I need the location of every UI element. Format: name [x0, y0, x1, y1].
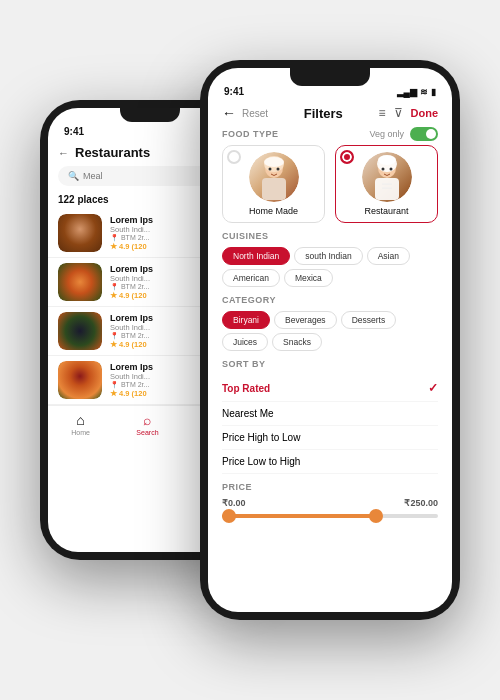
chef-restaurant-figure: [362, 152, 412, 202]
home-made-image: [249, 152, 299, 202]
slider-thumb-right[interactable]: [369, 509, 383, 523]
filter-list-icon-front[interactable]: ≡: [378, 106, 385, 120]
nav-item-home[interactable]: ⌂ Home: [71, 412, 90, 436]
notch-front: [290, 68, 370, 86]
chip-desserts[interactable]: Desserts: [341, 311, 397, 329]
svg-point-10: [381, 168, 384, 171]
chip-snacks[interactable]: Snacks: [272, 333, 322, 351]
price-section: PRICE ₹0.00 ₹250.00: [222, 482, 438, 518]
svg-rect-8: [375, 178, 399, 200]
svg-rect-2: [262, 178, 286, 200]
wifi-icon-front: ≋: [420, 87, 428, 97]
home-made-label: Home Made: [229, 206, 318, 216]
time-front: 9:41: [224, 86, 244, 97]
price-max: ₹250.00: [404, 498, 438, 508]
sort-price-low-high-label: Price Low to High: [222, 456, 300, 467]
sort-top-rated[interactable]: Top Rated ✓: [222, 375, 438, 402]
home-made-radio[interactable]: [227, 150, 241, 164]
status-icons-front: ▂▄▆ ≋ ▮: [397, 87, 436, 97]
food-type-section: Food Type Veg only: [222, 127, 438, 223]
veg-toggle[interactable]: [410, 127, 438, 141]
chip-beverages[interactable]: Beverages: [274, 311, 337, 329]
signal-icon-front: ▂▄▆: [397, 87, 417, 97]
chef-home-figure: [249, 152, 299, 202]
chef-restaurant-svg: [367, 154, 407, 202]
search-icon: 🔍: [68, 171, 79, 181]
price-row: ₹0.00 ₹250.00: [222, 498, 438, 508]
done-btn[interactable]: Done: [411, 107, 439, 119]
chip-mexica[interactable]: Mexica: [284, 269, 333, 287]
restaurant-image: [362, 152, 412, 202]
home-icon: ⌂: [76, 412, 84, 428]
search-nav-icon: ⌕: [143, 412, 151, 428]
filter-header-right: ≡ ⊽ Done: [378, 106, 438, 120]
food-type-label: Food Type: [222, 129, 369, 139]
sort-items: Top Rated ✓ Nearest Me Price High to Low…: [222, 375, 438, 474]
sort-price-high-low-label: Price High to Low: [222, 432, 300, 443]
svg-point-9: [378, 155, 396, 165]
sort-by-title: SORT BY: [222, 359, 438, 369]
svg-point-5: [276, 168, 279, 171]
filter-header: ← Reset Filters ≡ ⊽ Done: [208, 101, 452, 127]
chip-asian[interactable]: Asian: [367, 247, 410, 265]
chip-south-indian[interactable]: south Indian: [294, 247, 362, 265]
filter-back-arrow[interactable]: ←: [222, 105, 236, 121]
category-section: CATEGORY Biryani Beverages Desserts Juic…: [222, 295, 438, 351]
svg-point-4: [268, 168, 271, 171]
front-phone: 9:41 ▂▄▆ ≋ ▮ ← Reset Filters ≡ ⊽ Done: [200, 60, 460, 620]
sort-by-section: SORT BY Top Rated ✓ Nearest Me Price Hig…: [222, 359, 438, 474]
notch-back: [120, 108, 180, 122]
veg-only-label: Veg only: [369, 129, 404, 139]
restaurants-title: Restaurants: [75, 145, 216, 160]
filter-content: Food Type Veg only: [208, 127, 452, 612]
cuisines-section: CUISINES North Indian south Indian Asian…: [222, 231, 438, 287]
category-chips: Biryani Beverages Desserts Juices Snacks: [222, 311, 438, 351]
funnel-icon-front[interactable]: ⊽: [394, 106, 403, 120]
filter-header-left: ← Reset: [222, 105, 268, 121]
price-title: PRICE: [222, 482, 438, 492]
home-label: Home: [71, 429, 90, 436]
food-image-1: [58, 214, 102, 252]
cuisines-title: CUISINES: [222, 231, 438, 241]
food-image-3: [58, 312, 102, 350]
search-label: Search: [136, 429, 158, 436]
chip-american[interactable]: American: [222, 269, 280, 287]
category-title: CATEGORY: [222, 295, 438, 305]
sort-nearest-me[interactable]: Nearest Me: [222, 402, 438, 426]
restaurant-card[interactable]: Restaurant: [335, 145, 438, 223]
sort-nearest-me-label: Nearest Me: [222, 408, 274, 419]
front-phone-screen: 9:41 ▂▄▆ ≋ ▮ ← Reset Filters ≡ ⊽ Done: [208, 68, 452, 612]
svg-point-11: [389, 168, 392, 171]
battery-icon-front: ▮: [431, 87, 436, 97]
chip-juices[interactable]: Juices: [222, 333, 268, 351]
sort-price-low-high[interactable]: Price Low to High: [222, 450, 438, 474]
veg-only-row: Food Type Veg only: [222, 127, 438, 141]
sort-price-high-low[interactable]: Price High to Low: [222, 426, 438, 450]
sort-top-rated-label: Top Rated: [222, 383, 270, 394]
filter-reset-btn[interactable]: Reset: [242, 108, 268, 119]
time-back: 9:41: [64, 126, 84, 137]
slider-fill: [222, 514, 373, 518]
restaurant-label: Restaurant: [342, 206, 431, 216]
home-made-card[interactable]: Home Made: [222, 145, 325, 223]
cuisines-chips: North Indian south Indian Asian American…: [222, 247, 438, 287]
chef-home-svg: [254, 154, 294, 202]
chip-north-indian[interactable]: North Indian: [222, 247, 290, 265]
filter-title: Filters: [304, 106, 343, 121]
food-image-2: [58, 263, 102, 301]
svg-point-3: [264, 157, 284, 167]
food-image-4: [58, 361, 102, 399]
price-min: ₹0.00: [222, 498, 246, 508]
price-slider[interactable]: [222, 514, 438, 518]
back-arrow-icon[interactable]: ←: [58, 147, 69, 159]
slider-thumb-left[interactable]: [222, 509, 236, 523]
nav-item-search[interactable]: ⌕ Search: [136, 412, 158, 436]
check-icon-top-rated: ✓: [428, 381, 438, 395]
restaurant-radio[interactable]: [340, 150, 354, 164]
chip-biryani[interactable]: Biryani: [222, 311, 270, 329]
food-type-cards: Home Made: [222, 145, 438, 223]
